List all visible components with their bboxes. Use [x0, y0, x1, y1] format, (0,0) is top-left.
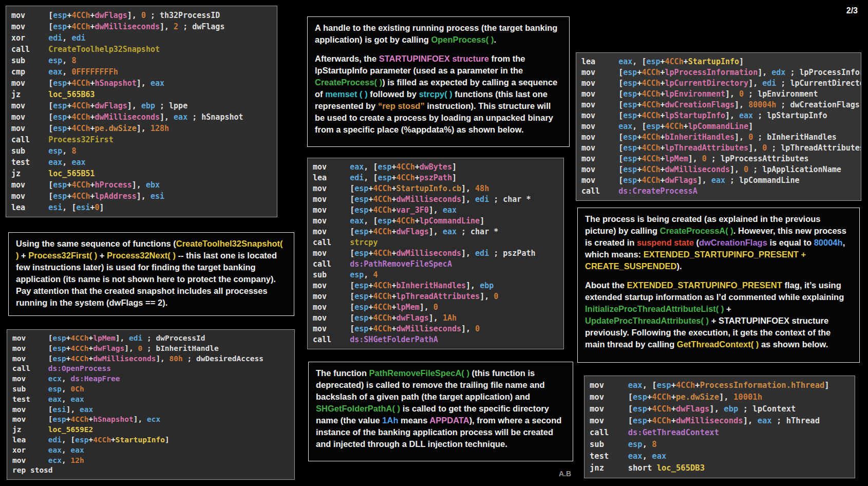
code-line: mov [esp+4CCh+dwFlags], 1Ah: [313, 313, 558, 324]
code-line: lea edi, [esp+4CCh+pszPath]: [313, 173, 558, 183]
code-line: call ds:CreateProcessA: [581, 186, 856, 197]
code-line: mov [esp+4CCh+dwMilliseconds], 0 ; lpApp…: [581, 164, 856, 175]
code-line: mov [esp+4CCh+dwFlags], ebp ; lppe: [11, 100, 272, 111]
code-line: mov eax, [esp+4CCh+dwBytes]: [313, 162, 558, 173]
code-line: mov [esp+4CCh+lpEnvironment], 0 ; lpEnvi…: [581, 89, 856, 100]
code-line: mov [esp+4CCh+lpMem], edi ; dwProcessId: [12, 333, 289, 344]
note-box-suspended-process: The process is being created (as explain…: [577, 208, 860, 363]
code-line: mov ecx, 12h: [12, 456, 289, 466]
code-line: mov [esp+4CCh+dwFlags], eax ; char *: [313, 227, 558, 237]
text-paragraph: Using the same sequence of functions (Cr…: [16, 238, 287, 309]
code-line: mov [esp+4CCh+lpMem], 0: [313, 302, 558, 313]
code-line: mov eax, [esp+4CCh+lpCommandLine]: [313, 216, 558, 227]
note-box-pathremovefilespec: The function PathRemoveFileSpecA( ) (thi…: [308, 362, 573, 461]
code-line: jz loc_5659E2: [12, 425, 289, 435]
code-line: mov [esp+4CCh+lpProcessInformation], edx…: [581, 67, 856, 78]
code-line: lea eax, [esp+4CCh+StartupInfo]: [581, 57, 856, 67]
code-line: jz loc_565B63: [11, 89, 272, 100]
code-line: sub esp, 8: [11, 55, 272, 66]
code-line: call strcpy: [313, 237, 558, 248]
code-line: mov [esp+4CCh+dwMilliseconds], 80h ; dwD…: [12, 354, 289, 364]
code-line: mov [esp+4CCh+bInheritHandles], ebp: [313, 281, 558, 291]
code-line: call ds:SHGetFolderPathA: [313, 334, 558, 345]
code-line: mov [esp+4CCh+lpAddress], esi: [11, 191, 272, 202]
code-line: mov [esp+4CCh+pe.dwSize], 128h: [11, 123, 272, 134]
code-line: xor edi, edi: [11, 32, 272, 44]
text-paragraph: The process is being created (as explain…: [585, 213, 852, 272]
code-line: mov [esp+4CCh+hSnapshot], ecx: [12, 415, 289, 425]
disassembly-block-createtoolhelp32snapshot: mov [esp+4CCh+dwFlags], 0 ; th32ProcessI…: [6, 6, 277, 217]
code-line: sub esp, 0Ch: [12, 384, 289, 395]
text-paragraph: The function PathRemoveFileSpecA( ) (thi…: [316, 367, 565, 450]
disassembly-block-getthreadcontext: mov eax, [esp+4CCh+ProcessInformation.hT…: [584, 376, 855, 478]
note-box-snapshot-explanation: Using the same sequence of functions (Cr…: [8, 232, 294, 316]
code-line: call Process32First: [11, 134, 272, 145]
code-line: mov [esp+4CCh+lpCurrentDirectory], edi ;…: [581, 78, 856, 89]
code-line: jnz short loc_565DB3: [590, 462, 850, 474]
code-line: mov [esp+4CCh+dwFlags], eax ; lpCommandL…: [581, 175, 856, 186]
code-line: mov [esp+4CCh+dwMilliseconds], eax ; hSn…: [11, 111, 272, 123]
code-line: mov [esp+4CCh+dwMilliseconds], eax ; hTh…: [590, 415, 850, 427]
code-line: mov [esp+4CCh+lpMem], 0 ; lpProcessAttri…: [581, 154, 856, 164]
code-line: mov [esp+4CCh+StartupInfo.cb], 48h: [313, 183, 558, 194]
code-line: mov [esp+4CCh+lpStartupInfo], eax ; lpSt…: [581, 110, 856, 121]
code-line: mov [esp+4CCh+hProcess], ebx: [11, 179, 272, 191]
code-line: call ds:OpenProcess: [12, 364, 289, 374]
code-line: mov eax, [esp+4CCh+lpCommandLine]: [581, 121, 856, 132]
code-line: mov [esp+4CCh+hSnapshot], eax: [11, 78, 272, 89]
code-line: mov eax, [esp+4CCh+ProcessInformation.hT…: [590, 380, 850, 391]
code-line: mov [esp+4CCh+dwMilliseconds], edi ; psz…: [313, 248, 558, 259]
code-line: sub esp, 4: [313, 270, 558, 281]
text-paragraph: Afterwards, the STARTUPINFOEX structure …: [315, 53, 562, 136]
disassembly-block-createprocessa: lea eax, [esp+4CCh+StartupInfo]mov [esp+…: [576, 52, 861, 201]
disassembly-block-shgetfolderpath: mov eax, [esp+4CCh+dwBytes]lea edi, [esp…: [307, 158, 564, 349]
code-line: call ds:GetThreadContext: [590, 427, 850, 439]
code-line: mov [esp+4CCh+dwMilliseconds], edi ; cha…: [313, 194, 558, 205]
code-line: rep stosd: [12, 465, 289, 476]
code-line: call ds:PathRemoveFileSpecA: [313, 259, 558, 270]
code-line: mov ecx, ds:HeapFree: [12, 374, 289, 384]
code-line: mov [esp+4CCh+lpThreadAttributes], 0: [313, 291, 558, 302]
code-line: test eax, eax: [590, 451, 850, 462]
code-line: lea esi, [esi+0]: [11, 202, 272, 213]
code-line: mov [esp+4CCh+lpThreadAttributes], 0 ; l…: [581, 143, 856, 154]
code-line: mov [esp+4CCh+pe.dwSize], 10001h: [590, 391, 850, 403]
code-line: sub esp, 8: [11, 145, 272, 157]
code-line: test eax, eax: [12, 395, 289, 405]
code-line: mov [esp+4CCh+dwMilliseconds], 2 ; dwFla…: [11, 21, 272, 32]
code-line: test eax, eax: [11, 157, 272, 168]
text-paragraph: About the EXTENDED_STARTUPINFO_PRESENT f…: [585, 279, 852, 350]
code-line: mov [esp+4CCh+dwCreationFlags], 80004h ;…: [581, 100, 856, 110]
page-number: 2/3: [846, 6, 858, 15]
code-line: mov [esp+4CCh+dwFlags], 0 ; bInheritHand…: [12, 344, 289, 354]
code-line: jz loc_565B51: [11, 168, 272, 179]
code-line: mov [esp+4CCh+dwMilliseconds], 0: [313, 324, 558, 334]
code-line: call CreateToolhelp32Snapshot: [11, 44, 272, 55]
code-line: xor eax, eax: [12, 445, 289, 456]
code-line: mov [esp+4CCh+bInheritHandles], 0 ; bInh…: [581, 132, 856, 143]
text-paragraph: A handle to the existing running process…: [315, 22, 562, 46]
code-line: mov [esi], eax: [12, 405, 289, 415]
note-box-openprocess-startupinfoex: A handle to the existing running process…: [307, 16, 570, 147]
author-watermark: A.B: [559, 470, 571, 478]
disassembly-block-openprocess: mov [esp+4CCh+lpMem], edi ; dwProcessIdm…: [7, 329, 295, 480]
code-line: mov [esp+4CCh+dwFlags], ebp ; lpContext: [590, 403, 850, 415]
code-line: lea edi, [esp+4CCh+StartupInfo]: [12, 435, 289, 445]
code-line: mov [esp+4CCh+dwFlags], 0 ; th32ProcessI…: [11, 10, 272, 21]
code-line: cmp eax, 0FFFFFFFFh: [11, 66, 272, 78]
code-line: sub esp, 8: [590, 439, 850, 451]
code-line: mov [esp+4CCh+var_3F0], eax: [313, 205, 558, 216]
